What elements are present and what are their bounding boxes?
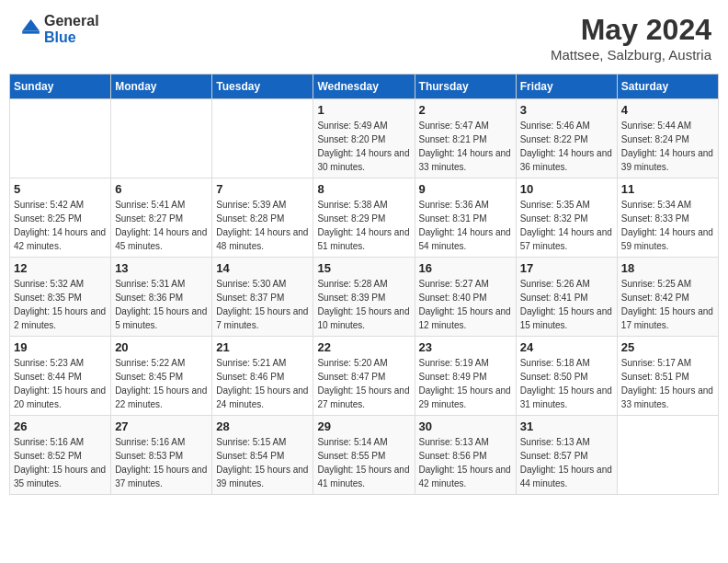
- calendar-cell: 24Sunrise: 5:18 AMSunset: 8:50 PMDayligh…: [516, 337, 617, 416]
- day-number: 16: [419, 261, 512, 275]
- calendar-cell: [212, 99, 313, 178]
- day-info: Sunrise: 5:30 AMSunset: 8:37 PMDaylight:…: [216, 277, 309, 332]
- day-number: 9: [419, 182, 512, 196]
- calendar-week-row: 12Sunrise: 5:32 AMSunset: 8:35 PMDayligh…: [10, 258, 719, 337]
- page-subtitle: Mattsee, Salzburg, Austria: [551, 47, 711, 63]
- day-number: 31: [520, 419, 613, 433]
- day-number: 18: [621, 261, 714, 275]
- day-info: Sunrise: 5:49 AMSunset: 8:20 PMDaylight:…: [317, 119, 410, 174]
- day-number: 10: [520, 182, 613, 196]
- calendar-cell: 3Sunrise: 5:46 AMSunset: 8:22 PMDaylight…: [516, 99, 617, 178]
- day-info: Sunrise: 5:26 AMSunset: 8:41 PMDaylight:…: [520, 277, 613, 332]
- calendar-cell: [111, 99, 212, 178]
- header-day-monday: Monday: [111, 75, 212, 99]
- day-number: 5: [14, 182, 107, 196]
- day-number: 27: [115, 419, 208, 433]
- calendar-week-row: 26Sunrise: 5:16 AMSunset: 8:52 PMDayligh…: [10, 416, 719, 495]
- logo-text: General Blue: [44, 13, 99, 45]
- day-number: 25: [621, 340, 714, 354]
- logo: General Blue: [17, 13, 99, 45]
- day-info: Sunrise: 5:14 AMSunset: 8:55 PMDaylight:…: [317, 435, 410, 490]
- day-number: 3: [520, 103, 613, 117]
- day-number: 19: [14, 340, 107, 354]
- calendar-cell: 11Sunrise: 5:34 AMSunset: 8:33 PMDayligh…: [617, 178, 718, 258]
- day-info: Sunrise: 5:16 AMSunset: 8:53 PMDaylight:…: [115, 435, 208, 490]
- day-info: Sunrise: 5:13 AMSunset: 8:56 PMDaylight:…: [419, 435, 512, 490]
- calendar-cell: 18Sunrise: 5:25 AMSunset: 8:42 PMDayligh…: [617, 258, 718, 337]
- day-number: 30: [419, 419, 512, 433]
- day-info: Sunrise: 5:27 AMSunset: 8:40 PMDaylight:…: [419, 277, 512, 332]
- calendar-cell: 4Sunrise: 5:44 AMSunset: 8:24 PMDaylight…: [617, 99, 718, 178]
- day-number: 7: [216, 182, 309, 196]
- calendar-cell: [617, 416, 718, 495]
- header-day-friday: Friday: [516, 75, 617, 99]
- day-info: Sunrise: 5:18 AMSunset: 8:50 PMDaylight:…: [520, 356, 613, 411]
- day-info: Sunrise: 5:17 AMSunset: 8:51 PMDaylight:…: [621, 356, 714, 411]
- calendar-cell: 30Sunrise: 5:13 AMSunset: 8:56 PMDayligh…: [415, 416, 516, 495]
- day-info: Sunrise: 5:46 AMSunset: 8:22 PMDaylight:…: [520, 119, 613, 174]
- day-info: Sunrise: 5:16 AMSunset: 8:52 PMDaylight:…: [14, 435, 107, 490]
- calendar-cell: 12Sunrise: 5:32 AMSunset: 8:35 PMDayligh…: [10, 258, 111, 337]
- calendar-cell: 22Sunrise: 5:20 AMSunset: 8:47 PMDayligh…: [313, 337, 415, 416]
- day-info: Sunrise: 5:13 AMSunset: 8:57 PMDaylight:…: [520, 435, 613, 490]
- logo-icon: [17, 17, 42, 42]
- calendar-cell: 15Sunrise: 5:28 AMSunset: 8:39 PMDayligh…: [313, 258, 415, 337]
- day-number: 14: [216, 261, 309, 275]
- day-info: Sunrise: 5:20 AMSunset: 8:47 PMDaylight:…: [317, 356, 410, 411]
- logo-general-text: General: [44, 13, 99, 29]
- calendar-cell: 8Sunrise: 5:38 AMSunset: 8:29 PMDaylight…: [313, 178, 415, 258]
- calendar-cell: 17Sunrise: 5:26 AMSunset: 8:41 PMDayligh…: [516, 258, 617, 337]
- day-info: Sunrise: 5:19 AMSunset: 8:49 PMDaylight:…: [419, 356, 512, 411]
- day-number: 13: [115, 261, 208, 275]
- calendar-table: SundayMondayTuesdayWednesdayThursdayFrid…: [9, 74, 719, 495]
- day-number: 15: [317, 261, 410, 275]
- calendar-cell: 14Sunrise: 5:30 AMSunset: 8:37 PMDayligh…: [212, 258, 313, 337]
- calendar-cell: 2Sunrise: 5:47 AMSunset: 8:21 PMDaylight…: [415, 99, 516, 178]
- day-info: Sunrise: 5:31 AMSunset: 8:36 PMDaylight:…: [115, 277, 208, 332]
- calendar-cell: 23Sunrise: 5:19 AMSunset: 8:49 PMDayligh…: [415, 337, 516, 416]
- calendar-cell: 6Sunrise: 5:41 AMSunset: 8:27 PMDaylight…: [111, 178, 212, 258]
- calendar-cell: 28Sunrise: 5:15 AMSunset: 8:54 PMDayligh…: [212, 416, 313, 495]
- calendar-cell: [10, 99, 111, 178]
- day-number: 28: [216, 419, 309, 433]
- calendar-cell: 19Sunrise: 5:23 AMSunset: 8:44 PMDayligh…: [10, 337, 111, 416]
- calendar-header-row: SundayMondayTuesdayWednesdayThursdayFrid…: [10, 75, 719, 99]
- day-number: 4: [621, 103, 714, 117]
- day-number: 21: [216, 340, 309, 354]
- day-number: 20: [115, 340, 208, 354]
- day-info: Sunrise: 5:41 AMSunset: 8:27 PMDaylight:…: [115, 198, 208, 253]
- page-title: May 2024: [551, 13, 711, 47]
- calendar-cell: 31Sunrise: 5:13 AMSunset: 8:57 PMDayligh…: [516, 416, 617, 495]
- day-info: Sunrise: 5:47 AMSunset: 8:21 PMDaylight:…: [419, 119, 512, 174]
- day-number: 17: [520, 261, 613, 275]
- day-info: Sunrise: 5:15 AMSunset: 8:54 PMDaylight:…: [216, 435, 309, 490]
- header-day-tuesday: Tuesday: [212, 75, 313, 99]
- calendar-cell: 10Sunrise: 5:35 AMSunset: 8:32 PMDayligh…: [516, 178, 617, 258]
- day-number: 12: [14, 261, 107, 275]
- header-day-saturday: Saturday: [617, 75, 718, 99]
- day-info: Sunrise: 5:21 AMSunset: 8:46 PMDaylight:…: [216, 356, 309, 411]
- day-info: Sunrise: 5:22 AMSunset: 8:45 PMDaylight:…: [115, 356, 208, 411]
- calendar-week-row: 19Sunrise: 5:23 AMSunset: 8:44 PMDayligh…: [10, 337, 719, 416]
- day-number: 2: [419, 103, 512, 117]
- logo-blue-text: Blue: [44, 29, 99, 46]
- calendar-cell: 21Sunrise: 5:21 AMSunset: 8:46 PMDayligh…: [212, 337, 313, 416]
- calendar-cell: 9Sunrise: 5:36 AMSunset: 8:31 PMDaylight…: [415, 178, 516, 258]
- calendar-cell: 29Sunrise: 5:14 AMSunset: 8:55 PMDayligh…: [313, 416, 415, 495]
- day-number: 26: [14, 419, 107, 433]
- day-number: 1: [317, 103, 410, 117]
- day-number: 6: [115, 182, 208, 196]
- svg-rect-1: [22, 30, 40, 33]
- day-number: 8: [317, 182, 410, 196]
- day-number: 22: [317, 340, 410, 354]
- day-info: Sunrise: 5:28 AMSunset: 8:39 PMDaylight:…: [317, 277, 410, 332]
- header-day-wednesday: Wednesday: [313, 75, 415, 99]
- header-day-thursday: Thursday: [415, 75, 516, 99]
- day-number: 24: [520, 340, 613, 354]
- calendar-week-row: 5Sunrise: 5:42 AMSunset: 8:25 PMDaylight…: [10, 178, 719, 258]
- calendar-cell: 16Sunrise: 5:27 AMSunset: 8:40 PMDayligh…: [415, 258, 516, 337]
- day-info: Sunrise: 5:44 AMSunset: 8:24 PMDaylight:…: [621, 119, 714, 174]
- calendar-cell: 13Sunrise: 5:31 AMSunset: 8:36 PMDayligh…: [111, 258, 212, 337]
- day-info: Sunrise: 5:34 AMSunset: 8:33 PMDaylight:…: [621, 198, 714, 253]
- calendar-cell: 1Sunrise: 5:49 AMSunset: 8:20 PMDaylight…: [313, 99, 415, 178]
